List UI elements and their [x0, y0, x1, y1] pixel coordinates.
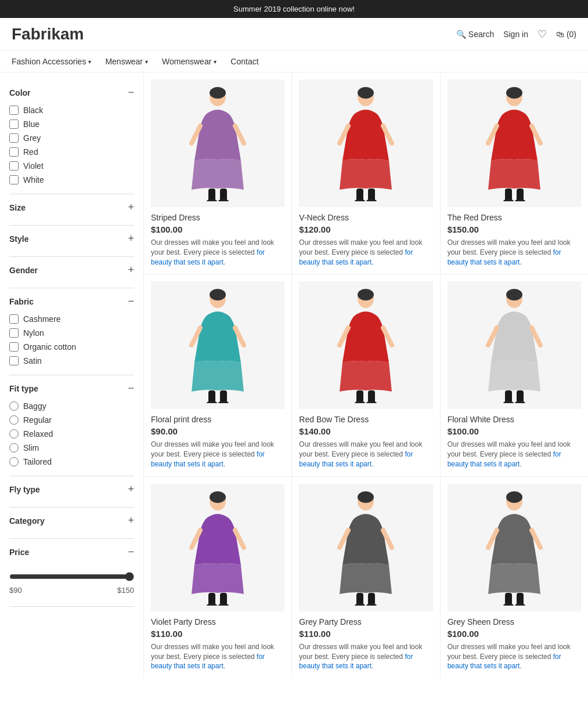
color-option-violet[interactable]: Violet — [9, 159, 134, 173]
product-card[interactable]: Floral White Dress $100.00 Our dresses w… — [441, 274, 588, 476]
header: Fabrikam 🔍 Search Sign in ♡ 🛍 (0) — [0, 18, 588, 51]
product-name: Grey Sheen Dress — [448, 617, 581, 626]
fly-type-filter-header[interactable]: Fly type + — [9, 483, 134, 495]
size-filter-header[interactable]: Size + — [9, 201, 134, 213]
fit-option-slim[interactable]: Slim — [9, 441, 134, 455]
chevron-down-icon: ▾ — [214, 59, 217, 65]
product-card[interactable]: Violet Party Dress $110.00 Our dresses w… — [144, 477, 291, 678]
fit-radio-regular[interactable] — [9, 415, 19, 425]
dress-silhouette — [183, 85, 252, 201]
product-card[interactable]: The Red Dress $150.00 Our dresses will m… — [441, 73, 588, 274]
color-filter-header[interactable]: Color − — [9, 86, 134, 99]
fabric-option-cashmere[interactable]: Cashmere — [9, 312, 134, 326]
product-description: Our dresses will make you feel and look … — [299, 238, 432, 267]
gender-filter-header[interactable]: Gender + — [9, 264, 134, 276]
product-card[interactable]: V-Neck Dress $120.00 Our dresses will ma… — [292, 73, 439, 274]
product-price: $120.00 — [299, 224, 432, 234]
svg-point-14 — [355, 199, 365, 201]
navigation: Fashion Accessories ▾ Menswear ▾ Womensw… — [0, 51, 588, 73]
nav-item-menswear[interactable]: Menswear ▾ — [105, 57, 148, 66]
product-description: Our dresses will make you feel and look … — [299, 642, 432, 671]
fit-radio-slim[interactable] — [9, 443, 19, 452]
price-filter-header[interactable]: Price − — [9, 546, 134, 558]
wishlist-button[interactable]: ♡ — [538, 28, 547, 41]
nav-item-womenswear[interactable]: Womenswear ▾ — [162, 57, 217, 66]
logo[interactable]: Fabrikam — [12, 25, 456, 44]
fit-radio-tailored[interactable] — [9, 457, 19, 466]
nav-label-contact: Contact — [230, 57, 258, 66]
color-checkbox-white[interactable] — [9, 175, 19, 184]
fabric-option-organic-cotton[interactable]: Organic cotton — [9, 340, 134, 354]
style-filter-header[interactable]: Style + — [9, 233, 134, 245]
product-card[interactable]: Striped Dress $100.00 Our dresses will m… — [144, 73, 291, 274]
size-filter-section: Size + — [9, 194, 134, 226]
fit-option-tailored[interactable]: Tailored — [9, 455, 134, 469]
fabric-filter-header[interactable]: Fabric − — [9, 295, 134, 307]
cart-button[interactable]: 🛍 (0) — [556, 30, 576, 39]
nav-label-menswear: Menswear — [105, 57, 143, 66]
dress-silhouette — [479, 490, 549, 606]
fabric-checkbox-organic-cotton[interactable] — [9, 342, 19, 352]
fit-radio-baggy[interactable] — [9, 401, 19, 411]
size-filter-label: Size — [9, 203, 26, 212]
fit-type-filter-header[interactable]: Fit type − — [9, 382, 134, 394]
color-checkbox-red[interactable] — [9, 147, 19, 157]
product-card[interactable]: Grey Party Dress $110.00 Our dresses wil… — [292, 477, 439, 678]
svg-point-1 — [210, 87, 226, 99]
fabric-checkbox-nylon[interactable] — [9, 328, 19, 338]
svg-point-39 — [366, 401, 377, 403]
color-checkbox-black[interactable] — [9, 106, 19, 115]
fit-option-regular[interactable]: Regular — [9, 413, 134, 427]
svg-point-22 — [503, 199, 514, 201]
size-filter-toggle: + — [128, 201, 134, 213]
product-price: $110.00 — [299, 629, 432, 639]
svg-point-7 — [218, 199, 229, 201]
fly-type-filter-section: Fly type + — [9, 476, 134, 508]
fabric-option-nylon[interactable]: Nylon — [9, 326, 134, 340]
fit-radio-relaxed[interactable] — [9, 429, 19, 439]
color-option-red[interactable]: Red — [9, 145, 134, 159]
fly-type-filter-label: Fly type — [9, 485, 40, 494]
fabric-checkbox-satin[interactable] — [9, 356, 19, 365]
fit-type-filter-options: Baggy Regular Relaxed Slim Tailored — [9, 399, 134, 469]
fabric-filter-section: Fabric − Cashmere Nylon Organic cotton S… — [9, 288, 134, 375]
product-price: $140.00 — [299, 426, 432, 436]
product-card[interactable]: Grey Sheen Dress $100.00 Our dresses wil… — [441, 477, 588, 678]
main-layout: Color − Black Blue Grey Red Violet — [0, 73, 588, 678]
nav-item-fashion-accessories[interactable]: Fashion Accessories ▾ — [12, 57, 91, 66]
color-checkbox-blue[interactable] — [9, 119, 19, 129]
product-image — [299, 281, 432, 409]
category-filter-header[interactable]: Category + — [9, 515, 134, 527]
product-card[interactable]: Floral print dress $90.00 Our dresses wi… — [144, 274, 291, 476]
color-option-black[interactable]: Black — [9, 103, 134, 117]
color-option-grey[interactable]: Grey — [9, 131, 134, 145]
product-grid: Striped Dress $100.00 Our dresses will m… — [144, 73, 588, 678]
style-filter-toggle: + — [128, 233, 134, 245]
color-checkbox-violet[interactable] — [9, 161, 19, 171]
color-filter-section: Color − Black Blue Grey Red Violet — [9, 79, 134, 194]
category-filter-label: Category — [9, 516, 45, 526]
fit-option-relaxed[interactable]: Relaxed — [9, 427, 134, 441]
style-filter-label: Style — [9, 234, 28, 244]
svg-point-25 — [210, 289, 226, 300]
color-checkbox-grey[interactable] — [9, 133, 19, 143]
product-card[interactable]: Red Bow Tie Dress $140.00 Our dresses wi… — [292, 274, 439, 476]
price-range-slider[interactable] — [9, 572, 134, 581]
fit-type-filter-toggle: − — [128, 382, 134, 394]
dress-silhouette — [331, 85, 401, 201]
nav-item-contact[interactable]: Contact — [230, 57, 258, 66]
product-description: Our dresses will make you feel and look … — [448, 440, 581, 469]
fit-option-baggy[interactable]: Baggy — [9, 399, 134, 413]
svg-point-38 — [355, 401, 365, 403]
product-image — [151, 79, 284, 207]
gender-filter-label: Gender — [9, 266, 38, 275]
fabric-option-satin[interactable]: Satin — [9, 354, 134, 368]
fit-type-filter-section: Fit type − Baggy Regular Relaxed Slim Ta… — [9, 375, 134, 476]
color-option-white[interactable]: White — [9, 173, 134, 187]
search-button[interactable]: 🔍 Search — [456, 30, 494, 39]
fabric-checkbox-cashmere[interactable] — [9, 314, 19, 324]
dress-silhouette — [183, 287, 252, 403]
color-option-blue[interactable]: Blue — [9, 117, 134, 131]
header-actions: 🔍 Search Sign in ♡ 🛍 (0) — [456, 28, 576, 41]
signin-button[interactable]: Sign in — [503, 30, 528, 39]
